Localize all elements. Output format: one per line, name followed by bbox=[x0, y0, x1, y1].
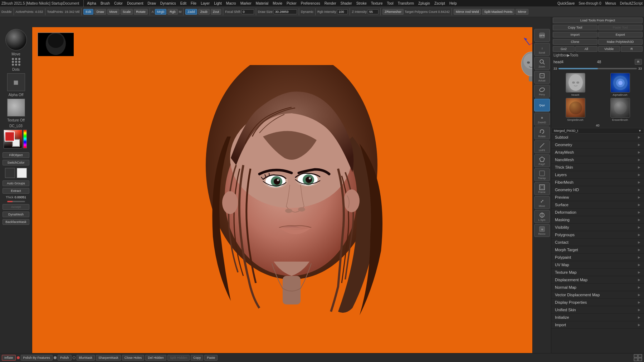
dynsym-button[interactable]: L:Sym bbox=[534, 210, 550, 223]
nanomesh-item[interactable]: NanoMesh ▶ bbox=[551, 156, 644, 164]
geometry-hd-item[interactable]: Geometry HD ▶ bbox=[551, 186, 644, 194]
swatch-light[interactable] bbox=[17, 168, 27, 178]
visibility-item[interactable]: Visibility ▶ bbox=[551, 224, 644, 231]
normal-map-item[interactable]: Normal Map ▶ bbox=[551, 284, 644, 291]
blur-mask-btn[interactable]: BlurMask bbox=[77, 355, 95, 361]
zremesher-button[interactable]: ZRemesher bbox=[382, 9, 404, 15]
top-menu-macro[interactable]: Macro bbox=[224, 1, 238, 6]
split-masked-button[interactable]: Split Masked Points bbox=[482, 9, 514, 15]
lightbox-label[interactable]: Lightbox▶Tools bbox=[553, 53, 578, 57]
arraymesh-item[interactable]: ArrayMesh ▶ bbox=[551, 149, 644, 156]
head-r-btn[interactable]: R bbox=[635, 59, 642, 65]
top-menu-render[interactable]: Render bbox=[323, 1, 338, 6]
top-menu-layer[interactable]: Layer bbox=[199, 1, 211, 6]
top-menu-color[interactable]: Color bbox=[112, 1, 125, 6]
mrgb-button[interactable]: Mrgb bbox=[155, 9, 167, 15]
rotate-icon-button[interactable]: Rotate bbox=[534, 127, 550, 139]
fill-object-button[interactable]: FillObject bbox=[3, 152, 29, 158]
unified-skin-item[interactable]: Unified Skin ▶ bbox=[551, 306, 644, 314]
clone-btn[interactable]: Clone bbox=[553, 39, 597, 45]
color-picker[interactable] bbox=[4, 130, 29, 150]
brush-preview[interactable] bbox=[5, 29, 27, 50]
dyna-mesh-button[interactable]: DynaMesh bbox=[3, 212, 29, 217]
top-menu-dynamics[interactable]: Dynamics bbox=[158, 1, 178, 6]
texture-preview[interactable] bbox=[7, 99, 25, 116]
top-menu-movie[interactable]: Movie bbox=[271, 1, 284, 6]
bpr-button[interactable]: BPR bbox=[534, 29, 550, 42]
transp-button[interactable]: Transp bbox=[534, 168, 550, 181]
scale-button[interactable]: Scale bbox=[121, 9, 133, 15]
backface-mask-button[interactable]: BackfaceMask bbox=[3, 219, 29, 225]
thick-skin-item[interactable]: Thick Skin ▶ bbox=[551, 164, 644, 171]
head4-brush-item[interactable]: head4 bbox=[553, 73, 597, 96]
split-hidden-btn[interactable]: Split Hidden bbox=[167, 355, 190, 361]
rgb-button[interactable]: Rgb bbox=[167, 9, 178, 15]
preview-item[interactable]: Preview ▶ bbox=[551, 194, 644, 201]
export-btn[interactable]: Export bbox=[598, 32, 643, 38]
extract-button[interactable]: Extract bbox=[3, 188, 29, 194]
surface-item[interactable]: Surface ▶ bbox=[551, 201, 644, 209]
hue-strip[interactable] bbox=[23, 130, 27, 148]
draw-size-input[interactable] bbox=[274, 9, 297, 14]
copy-tool-btn[interactable]: Copy Tool bbox=[553, 25, 597, 30]
paste-btn[interactable]: Paste bbox=[204, 355, 218, 361]
sharpen-mask-btn[interactable]: SharpenMask bbox=[96, 355, 121, 361]
close-holes-btn[interactable]: Close Holes bbox=[122, 355, 145, 361]
make-polymesh-btn[interactable]: Make PolyMesh3D bbox=[598, 39, 643, 45]
copy-btn[interactable]: Copy bbox=[191, 355, 203, 361]
merged-row[interactable]: Merged_PM3D_t ▼ bbox=[551, 128, 644, 134]
move-icon-button[interactable]: ⤢ Move bbox=[534, 196, 550, 209]
paste-tool-btn[interactable]: Paste Tool bbox=[598, 25, 643, 30]
top-menu-help[interactable]: Help bbox=[448, 1, 459, 6]
top-menu-material[interactable]: Material bbox=[254, 1, 270, 6]
top-menu-zplugin[interactable]: Zplugin bbox=[416, 1, 432, 6]
rgb-intensity-input[interactable] bbox=[337, 9, 348, 14]
focal-shift-input[interactable] bbox=[241, 9, 254, 14]
deformation-item[interactable]: Deformation ▶ bbox=[551, 209, 644, 216]
linflt-button[interactable]: LinFlt bbox=[534, 140, 550, 153]
top-menu-preferences[interactable]: Preferences bbox=[299, 1, 322, 6]
swatch-dark[interactable] bbox=[5, 168, 15, 178]
top-menu-marker[interactable]: Marker bbox=[239, 1, 253, 6]
fg-swatch[interactable] bbox=[5, 132, 15, 142]
thick-slider[interactable] bbox=[7, 201, 25, 202]
r-btn[interactable]: R bbox=[621, 46, 643, 52]
actual-button[interactable]: Actual bbox=[534, 71, 550, 84]
eraser-brush-item[interactable]: EraserBrush bbox=[598, 98, 642, 122]
zoomd-button[interactable]: ⊕ ZoomD bbox=[534, 113, 550, 125]
top-menu-light[interactable]: Light bbox=[212, 1, 224, 6]
quick-save-btn[interactable]: QuickSave bbox=[556, 1, 576, 6]
polish-btn[interactable]: Polish bbox=[58, 355, 72, 361]
inflate-btn[interactable]: Inflate bbox=[2, 355, 16, 361]
fibermesh-item[interactable]: FiberMesh ▶ bbox=[551, 179, 644, 186]
draw-button[interactable]: Draw bbox=[94, 9, 106, 15]
display-properties-item[interactable]: Display Properties ▶ bbox=[551, 299, 644, 306]
top-menu-alpha[interactable]: Alpha bbox=[85, 1, 98, 6]
zcut-button[interactable]: Zcut bbox=[211, 9, 221, 15]
alpha-preview[interactable]: ◼ bbox=[7, 73, 25, 91]
rotate-button[interactable]: Rotate bbox=[134, 9, 148, 15]
initialize-item[interactable]: Initialize ▶ bbox=[551, 314, 644, 321]
frame-button[interactable]: Frame bbox=[534, 182, 550, 195]
mirror-button[interactable]: Mirror bbox=[516, 9, 528, 15]
zsub-button[interactable]: Zsub bbox=[198, 9, 210, 15]
mirror-and-weld-button[interactable]: Mirror And Weld bbox=[454, 9, 481, 15]
canvas-area[interactable] bbox=[32, 27, 551, 353]
load-from-project-btn[interactable]: Load Tools From Project bbox=[553, 18, 643, 23]
top-menu-picker[interactable]: Picker bbox=[285, 1, 298, 6]
switch-color-button[interactable]: SwitchColor bbox=[3, 160, 29, 165]
visible-btn[interactable]: Visible bbox=[598, 46, 620, 52]
qxyz-button[interactable]: Qxyz bbox=[534, 99, 550, 111]
move-button[interactable]: Move bbox=[107, 9, 119, 15]
top-menu-zscript[interactable]: Zscript bbox=[433, 1, 447, 6]
recov-button[interactable]: ⊞ Recov bbox=[534, 224, 550, 237]
displacement-map-item[interactable]: Displacement Map ▶ bbox=[551, 276, 644, 284]
menus-btn[interactable]: Menus bbox=[604, 1, 618, 6]
vector-displacement-map-item[interactable]: Vector Displacement Map ▶ bbox=[551, 291, 644, 299]
main-slider[interactable] bbox=[558, 68, 637, 69]
subtool-item[interactable]: Subtool ▶ bbox=[551, 134, 644, 141]
zadd-button[interactable]: Zadd bbox=[185, 9, 197, 15]
polypaint-item[interactable]: Polypaint ▶ bbox=[551, 254, 644, 261]
scroll-button[interactable]: ↕ Scroll bbox=[534, 43, 550, 56]
top-menu-texture[interactable]: Texture bbox=[369, 1, 385, 6]
